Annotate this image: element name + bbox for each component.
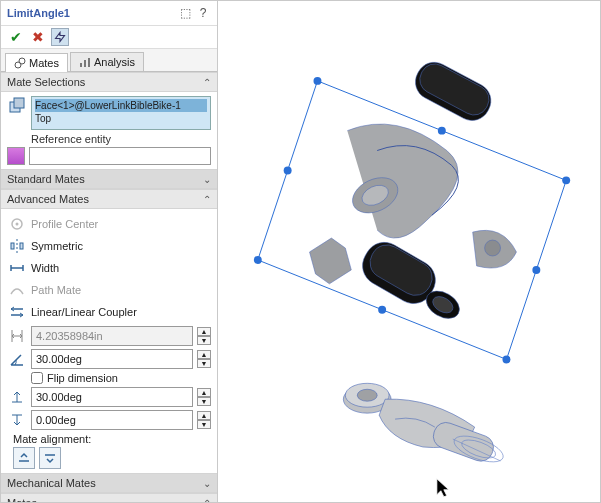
panel-title: LimitAngle1 — [7, 7, 175, 19]
tab-mates[interactable]: Mates — [5, 53, 68, 72]
chevron-down-icon: ⌄ — [203, 174, 211, 185]
reference-color-swatch[interactable] — [7, 147, 25, 165]
mate-profile-center[interactable]: Profile Center — [7, 213, 211, 235]
upper-limit-icon — [7, 389, 27, 405]
align-aligned-button[interactable] — [13, 447, 35, 469]
preview-button[interactable] — [51, 28, 69, 46]
section-advanced-label: Advanced Mates — [7, 193, 89, 205]
property-panel: LimitAngle1 ⬚ ? ✔ ✖ Mates Analysis Mate … — [1, 1, 218, 502]
svg-rect-2 — [80, 63, 82, 67]
angle-input[interactable]: 30.00deg — [31, 349, 193, 369]
svg-point-12 — [314, 77, 322, 85]
distance-input[interactable]: 4.20358984in — [31, 326, 193, 346]
align-antialigned-button[interactable] — [39, 447, 61, 469]
mate-selections-body: Face<1>@LowerLinkBibleBike-1 Top Referen… — [1, 92, 217, 169]
cursor-icon — [437, 479, 449, 497]
panel-scroll: Mate Selections ⌃ Face<1>@LowerLinkBible… — [1, 72, 217, 502]
section-mechanical-mates[interactable]: Mechanical Mates ⌄ — [1, 473, 217, 493]
chevron-up-icon: ⌃ — [203, 498, 211, 503]
selection-icon[interactable] — [7, 96, 27, 130]
upper-limit-input[interactable]: 30.00deg — [31, 387, 193, 407]
svg-rect-4 — [88, 58, 90, 67]
svg-point-8 — [16, 223, 19, 226]
tab-bar: Mates Analysis — [1, 49, 217, 72]
upper-limit-spinner[interactable]: ▲▼ — [197, 388, 211, 406]
svg-rect-3 — [84, 60, 86, 67]
cancel-button[interactable]: ✖ — [29, 28, 47, 46]
svg-point-17 — [532, 266, 540, 274]
svg-rect-6 — [14, 98, 24, 108]
section-mates-label: Mates — [7, 497, 37, 502]
reference-entity-input[interactable] — [29, 147, 211, 165]
help-icon[interactable]: ? — [195, 5, 211, 21]
flip-dimension-checkbox[interactable]: Flip dimension — [31, 372, 211, 384]
ok-button[interactable]: ✔ — [7, 28, 25, 46]
svg-point-28 — [485, 240, 501, 256]
selection-item-2[interactable]: Top — [35, 112, 207, 125]
chevron-up-icon: ⌃ — [203, 77, 211, 88]
distance-icon — [7, 328, 27, 344]
reference-entity-label: Reference entity — [31, 133, 211, 145]
angle-icon — [7, 351, 27, 367]
svg-point-19 — [284, 166, 292, 174]
tab-analysis[interactable]: Analysis — [70, 52, 144, 71]
section-mate-selections[interactable]: Mate Selections ⌃ — [1, 72, 217, 92]
lower-limit-spinner[interactable]: ▲▼ — [197, 411, 211, 429]
section-mates-list[interactable]: Mates ⌃ — [1, 493, 217, 502]
selection-item-1[interactable]: Face<1>@LowerLinkBibleBike-1 — [35, 99, 207, 112]
app-frame: LimitAngle1 ⬚ ? ✔ ✖ Mates Analysis Mate … — [0, 0, 601, 503]
pin-icon[interactable]: ⬚ — [177, 5, 193, 21]
section-mechanical-label: Mechanical Mates — [7, 477, 96, 489]
model-lower-link — [343, 383, 506, 467]
flip-dimension-input[interactable] — [31, 372, 43, 384]
advanced-body: Profile Center Symmetric Width Path Mate… — [1, 209, 217, 473]
action-bar: ✔ ✖ — [1, 26, 217, 49]
svg-rect-9 — [11, 243, 14, 249]
svg-point-13 — [562, 176, 570, 184]
tab-analysis-label: Analysis — [94, 56, 135, 68]
titlebar: LimitAngle1 ⬚ ? — [1, 1, 217, 26]
selection-list[interactable]: Face<1>@LowerLinkBibleBike-1 Top — [31, 96, 211, 130]
svg-point-18 — [378, 306, 386, 314]
mate-alignment-label: Mate alignment: — [13, 433, 211, 445]
section-standard-mates[interactable]: Standard Mates ⌄ — [1, 169, 217, 189]
graphics-viewport[interactable] — [218, 1, 600, 502]
section-advanced-mates[interactable]: Advanced Mates ⌃ — [1, 189, 217, 209]
angle-spinner[interactable]: ▲▼ — [197, 350, 211, 368]
svg-rect-10 — [20, 243, 23, 249]
section-standard-label: Standard Mates — [7, 173, 85, 185]
svg-point-15 — [254, 256, 262, 264]
mate-symmetric[interactable]: Symmetric — [7, 235, 211, 257]
svg-point-14 — [503, 355, 511, 363]
chevron-up-icon: ⌃ — [203, 194, 211, 205]
svg-point-31 — [357, 389, 377, 401]
model-handlebar — [310, 56, 517, 324]
section-mate-selections-label: Mate Selections — [7, 76, 85, 88]
mate-linear-coupler[interactable]: Linear/Linear Coupler — [7, 301, 211, 323]
distance-spinner[interactable]: ▲▼ — [197, 327, 211, 345]
mate-width[interactable]: Width — [7, 257, 211, 279]
mate-path[interactable]: Path Mate — [7, 279, 211, 301]
svg-point-16 — [438, 127, 446, 135]
svg-point-1 — [19, 58, 25, 64]
lower-limit-input[interactable]: 0.00deg — [31, 410, 193, 430]
lower-limit-icon — [7, 412, 27, 428]
chevron-down-icon: ⌄ — [203, 478, 211, 489]
tab-mates-label: Mates — [29, 57, 59, 69]
